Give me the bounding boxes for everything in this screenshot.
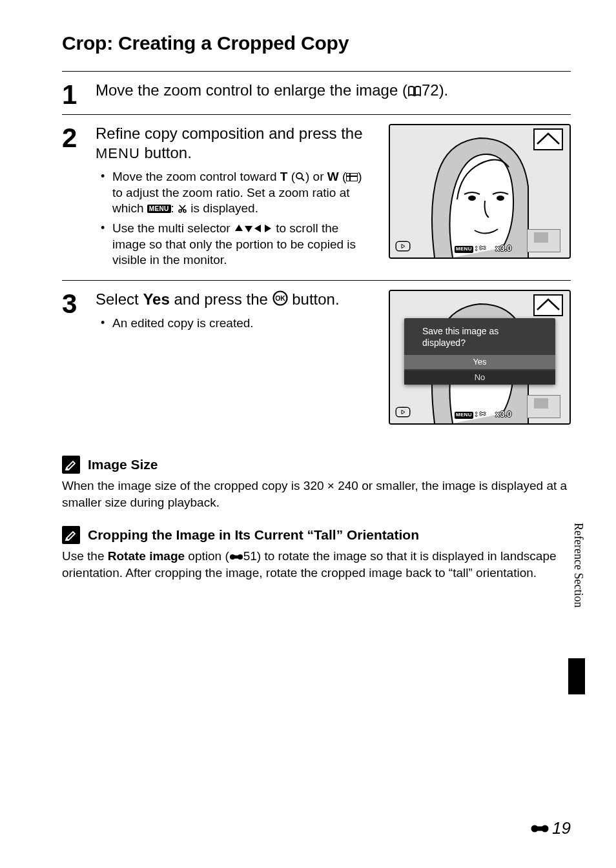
section-tab-label: Reference Section xyxy=(571,523,585,607)
save-dialog: Save this image as displayed? Yes No xyxy=(404,318,555,385)
pencil-note-icon xyxy=(62,526,80,544)
text: and press the xyxy=(170,290,272,308)
note-title: Cropping the Image in Its Current “Tall”… xyxy=(88,527,419,543)
dialog-option-yes[interactable]: Yes xyxy=(404,355,555,369)
menu-word: MENU xyxy=(96,145,140,161)
yes-label: Yes xyxy=(143,290,169,308)
step-3-bullet-1: An edited copy is created. xyxy=(110,316,373,332)
note-tall-orientation: Cropping the Image in Its Current “Tall”… xyxy=(62,526,571,581)
text: is displayed. xyxy=(187,201,258,215)
step-1-heading: Move the zoom control to enlarge the ima… xyxy=(96,81,571,100)
svg-point-11 xyxy=(497,196,504,201)
menu-scissor-indicator: MENU : ✂ xyxy=(455,410,486,419)
svg-marker-7 xyxy=(245,226,252,232)
playback-icon xyxy=(396,242,409,252)
svg-rect-20 xyxy=(232,556,240,559)
text: button. xyxy=(140,144,192,161)
ok-button-icon: OK xyxy=(272,290,288,306)
navigation-thumbnail xyxy=(527,229,560,252)
step-number: 3 xyxy=(62,290,81,425)
scissors-icon xyxy=(178,204,187,214)
dialog-option-no[interactable]: No xyxy=(404,370,555,385)
note-title: Image Size xyxy=(88,457,158,472)
svg-marker-8 xyxy=(254,225,261,232)
step-1: 1 Move the zoom control to enlarge the i… xyxy=(62,71,571,114)
zoom-level-label: x3.0 xyxy=(495,409,511,419)
rotate-image-label: Rotate image xyxy=(108,549,185,563)
text: ( xyxy=(339,170,347,183)
scroll-indicator xyxy=(533,128,563,150)
svg-line-1 xyxy=(302,178,304,181)
section-tab-marker xyxy=(568,658,585,694)
svg-text:OK: OK xyxy=(275,294,285,302)
text: : xyxy=(171,201,178,215)
note-body: Use the Rotate image option (51) to rota… xyxy=(62,548,571,581)
svg-rect-23 xyxy=(535,826,545,831)
zoom-t-label: T xyxy=(280,170,288,183)
magnify-icon xyxy=(295,172,305,182)
page-title: Crop: Creating a Cropped Copy xyxy=(62,32,571,54)
note-body: When the image size of the cropped copy … xyxy=(62,478,571,510)
step-2-bullet-1: Move the zoom control toward T () or W (… xyxy=(110,169,373,217)
page-ref: 72 xyxy=(422,81,439,99)
lcd-preview-crop: MENU : ✂ x3.0 xyxy=(389,124,571,259)
playback-icon xyxy=(396,408,409,418)
menu-chip-icon: MENU xyxy=(147,205,171,213)
menu-scissor-indicator: MENU : ✂ xyxy=(455,244,486,253)
step-3-heading: Select Yes and press the OK button. xyxy=(96,290,373,309)
page-number: 19 xyxy=(530,818,571,838)
text: ( xyxy=(287,170,295,183)
reference-link-icon xyxy=(530,823,549,834)
svg-marker-6 xyxy=(235,225,243,231)
step-number: 2 xyxy=(62,124,81,272)
page-number-value: 19 xyxy=(552,818,571,838)
text: button. xyxy=(288,290,340,308)
reference-link-icon xyxy=(229,552,243,561)
navigation-thumbnail xyxy=(527,395,560,418)
lcd-preview-confirm: Save this image as displayed? Yes No MEN… xyxy=(389,290,571,425)
note-image-size: Image Size When the image size of the cr… xyxy=(62,456,571,510)
text: Use the xyxy=(62,549,108,563)
svg-point-10 xyxy=(468,196,476,201)
zoom-level-label: x3.0 xyxy=(495,243,511,253)
svg-marker-15 xyxy=(402,410,405,414)
step-2-heading: Refine copy composition and press the ME… xyxy=(96,124,373,163)
thumbnail-icon xyxy=(346,173,358,181)
step-3: 3 Select Yes and press the OK button. An… xyxy=(62,280,571,432)
text: Select xyxy=(96,290,143,308)
dpad-icon xyxy=(234,223,272,234)
text: Move the zoom control toward xyxy=(112,170,280,183)
book-icon xyxy=(407,85,422,97)
step-number: 1 xyxy=(62,81,81,106)
text: Use the multi selector xyxy=(112,221,234,235)
scroll-indicator xyxy=(533,294,563,316)
text: Move the zoom control to enlarge the ima… xyxy=(96,81,407,99)
svg-point-0 xyxy=(296,173,302,179)
step-2: 2 Refine copy composition and press the … xyxy=(62,114,571,280)
text: ). xyxy=(439,81,449,99)
step-2-bullet-2: Use the multi selector to scroll the ima… xyxy=(110,221,373,268)
text: Refine copy composition and press the xyxy=(96,125,363,142)
zoom-w-label: W xyxy=(327,170,339,183)
svg-marker-9 xyxy=(265,225,271,232)
dialog-message: Save this image as displayed? xyxy=(404,318,555,355)
text: option ( xyxy=(185,549,229,563)
svg-marker-12 xyxy=(402,245,405,248)
pencil-note-icon xyxy=(62,456,80,474)
text: ) or xyxy=(305,170,327,183)
